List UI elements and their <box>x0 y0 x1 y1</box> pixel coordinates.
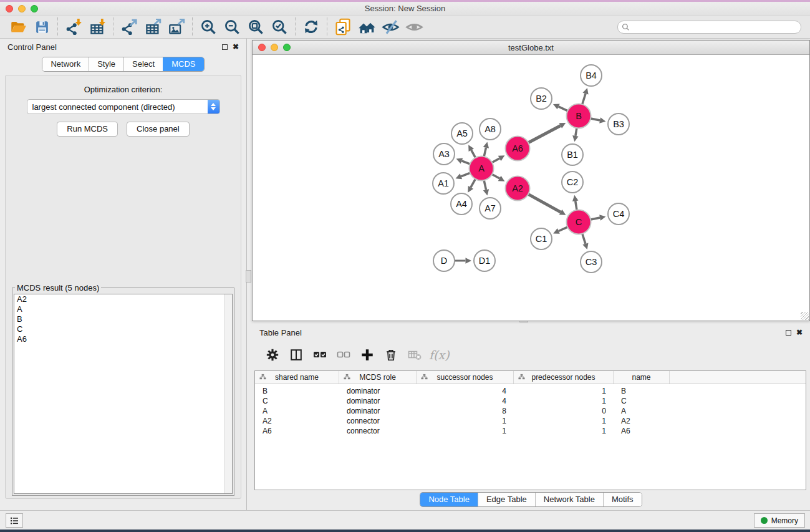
column-header-shared-name[interactable]: shared name <box>255 371 339 384</box>
optimization-criterion-select[interactable]: largest connected component (directed) <box>27 99 220 114</box>
search-input[interactable] <box>630 22 797 31</box>
graph-edge-A-A3[interactable] <box>461 161 470 164</box>
table-cell: 4 <box>417 387 514 395</box>
mcds-result-item[interactable]: A2 <box>14 294 232 304</box>
table-row[interactable]: Cdominator41C <box>255 396 806 406</box>
deselect-all-button[interactable] <box>333 344 354 365</box>
tab-network[interactable]: Network <box>42 57 89 71</box>
graph-edge-A-A1[interactable] <box>461 173 470 177</box>
network-canvas[interactable]: B4B2BB3A8A5A6A3B1AC2A1A2A4A7C4CC1C3DD1 <box>253 56 809 320</box>
float-table-panel-icon[interactable] <box>786 330 791 336</box>
mcds-result-item[interactable]: A6 <box>14 334 232 344</box>
graph-node-label: B3 <box>613 119 624 129</box>
run-mcds-button[interactable]: Run MCDS <box>57 122 118 137</box>
mcds-result-item[interactable]: C <box>14 324 232 334</box>
table-cell: 1 <box>417 427 514 435</box>
table-cell: dominator <box>339 397 417 405</box>
zoom-in-button[interactable] <box>196 17 220 37</box>
table-toolbar: f(x) <box>254 342 808 368</box>
tab-style[interactable]: Style <box>89 57 123 71</box>
column-header-name[interactable]: name <box>614 371 670 384</box>
column-header-predecessor-nodes[interactable]: predecessor nodes <box>514 371 614 384</box>
import-network-icon <box>65 19 82 36</box>
table-tab-edge-table[interactable]: Edge Table <box>478 493 535 506</box>
table-row[interactable]: Adominator80A <box>255 406 806 416</box>
graph-edge-C-C3[interactable] <box>582 233 586 244</box>
list-scrollbar[interactable] <box>224 294 232 493</box>
tab-select[interactable]: Select <box>123 57 163 71</box>
first-neighbors-button[interactable] <box>355 17 378 37</box>
memory-button[interactable]: Memory <box>754 513 805 528</box>
search-field[interactable] <box>617 21 801 34</box>
graph-edge-A-A4[interactable] <box>471 178 476 187</box>
table-tab-node-table[interactable]: Node Table <box>420 493 478 506</box>
graph-edge-C-C2[interactable] <box>576 201 577 211</box>
export-image-button[interactable] <box>165 17 188 37</box>
graph-edge-B-B4[interactable] <box>582 94 586 105</box>
zoom-fit-button[interactable] <box>244 17 268 37</box>
add-column-button[interactable] <box>357 344 378 365</box>
table-cell: 1 <box>514 387 614 395</box>
graph-edge-C-C1[interactable] <box>559 227 568 231</box>
toolbar-separator <box>57 17 58 36</box>
tab-mcds[interactable]: MCDS <box>163 57 203 71</box>
column-header-successor-nodes[interactable]: successor nodes <box>417 371 514 384</box>
graph-edge-B-B1[interactable] <box>576 127 577 136</box>
table-cell: 1 <box>514 417 614 425</box>
toolbar-separator <box>327 17 327 36</box>
checked-boxes-icon <box>312 347 327 362</box>
table-row[interactable]: Bdominator41B <box>255 386 806 396</box>
graph-edge-B-B2[interactable] <box>559 107 569 111</box>
mcds-result-item[interactable]: B <box>14 314 232 324</box>
graph-edge-A6-B[interactable] <box>528 125 561 143</box>
table-row[interactable]: A2connector11A2 <box>255 416 806 426</box>
graph-edge-B-B3[interactable] <box>590 118 600 120</box>
show-column-button[interactable] <box>286 344 307 365</box>
hide-selected-button[interactable] <box>378 17 402 37</box>
graph-edge-A-A2[interactable] <box>491 174 499 178</box>
graph-node-label: A3 <box>438 149 450 159</box>
window-resize-grip-icon[interactable] <box>801 312 809 320</box>
graph-node-label: A7 <box>485 203 496 213</box>
close-panel-button[interactable]: Close panel <box>127 122 190 137</box>
graph-edge-A-A5[interactable] <box>471 150 476 158</box>
export-table-button[interactable] <box>141 17 165 37</box>
table-tab-motifs[interactable]: Motifs <box>603 493 642 506</box>
delete-column-button[interactable] <box>380 344 402 365</box>
close-table-panel-icon[interactable]: ✖ <box>796 330 803 336</box>
column-header-MCDS-role[interactable]: MCDS role <box>339 371 417 384</box>
graph-edge-A2-C[interactable] <box>528 194 561 212</box>
open-session-button[interactable] <box>6 17 30 37</box>
table-cell: connector <box>339 417 417 425</box>
graph-edge-A-A6[interactable] <box>491 158 499 163</box>
table-tab-network-table[interactable]: Network Table <box>535 493 603 506</box>
graph-edge-arrow-icon <box>582 243 588 249</box>
zoom-out-button[interactable] <box>220 17 244 37</box>
apply-layout-button[interactable] <box>299 17 323 37</box>
task-history-button[interactable] <box>6 513 23 528</box>
import-table-button[interactable] <box>85 17 109 37</box>
export-network-button[interactable] <box>117 17 141 37</box>
close-panel-icon[interactable]: ✖ <box>233 44 239 50</box>
graph-edge-A-A8[interactable] <box>484 148 486 157</box>
table-row[interactable]: A6connector11A6 <box>255 426 806 436</box>
show-all-button[interactable] <box>402 17 426 37</box>
save-session-button[interactable] <box>30 17 54 37</box>
mcds-result-item[interactable]: A <box>14 304 232 314</box>
zoom-selected-button[interactable] <box>268 17 291 37</box>
mcds-result-list: A2ABCA6 <box>14 294 233 494</box>
select-all-button[interactable] <box>309 344 330 365</box>
table-cell: connector <box>339 427 417 435</box>
new-network-from-selection-button[interactable] <box>331 17 355 37</box>
panel-splitter-handle[interactable] <box>246 270 251 283</box>
import-network-button[interactable] <box>62 17 85 37</box>
control-panel-title: Control Panel <box>7 42 57 52</box>
float-panel-icon[interactable] <box>222 44 228 50</box>
table-settings-button[interactable] <box>262 344 283 365</box>
graph-edge-A-A7[interactable] <box>484 180 486 190</box>
control-panel: Control Panel ✖ NetworkStyleSelectMCDS O… <box>0 39 247 510</box>
graph-edge-arrow-icon <box>483 189 489 195</box>
table-cell: A6 <box>255 427 339 435</box>
graph-edge-C-C4[interactable] <box>590 218 600 220</box>
control-panel-tabs-row: NetworkStyleSelectMCDS <box>0 55 246 74</box>
